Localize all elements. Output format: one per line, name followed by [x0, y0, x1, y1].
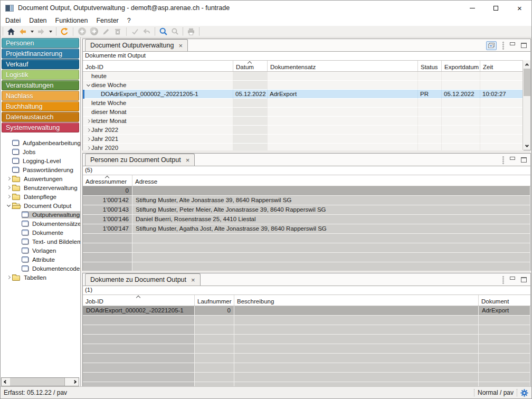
tree-item-auswertungen[interactable]: Auswertungen — [1, 174, 80, 183]
add-button[interactable] — [76, 26, 88, 37]
menu-datei[interactable]: Datei — [1, 16, 25, 25]
menu-help[interactable]: ? — [123, 16, 135, 25]
tab-document-outputverwaltung[interactable]: Document Outputverwaltung × — [85, 39, 188, 51]
forward-dropdown-button[interactable] — [47, 26, 54, 37]
column-header-adresse[interactable]: Adresse — [132, 175, 530, 186]
group-row-jahr-2020[interactable]: Jahr 2020 — [83, 144, 524, 150]
table-row[interactable]: 1'000'142 Stiftung Muster, Alte Jonastra… — [83, 196, 530, 205]
column-header-dokumentensatz[interactable]: Dokumentensatz — [268, 61, 418, 71]
menu-funktionen[interactable]: Funktionen — [51, 16, 92, 25]
tree-item-outputverwaltung[interactable]: Outputverwaltung — [1, 210, 80, 219]
tree-item-dokumentensaetze[interactable]: Dokumentensätze — [1, 219, 80, 228]
sidebar-module-systemverwaltung[interactable]: Systemverwaltung — [2, 122, 79, 132]
panel-maximize-button[interactable] — [521, 277, 527, 282]
panel1-vertical-scrollbar[interactable] — [522, 60, 530, 150]
tree-item-jobs[interactable]: Jobs — [1, 147, 80, 156]
panel-maximize-button[interactable] — [521, 43, 527, 48]
menu-daten[interactable]: Daten — [25, 16, 51, 25]
panel-minimize-button[interactable] — [510, 277, 515, 280]
chevron-right-icon[interactable] — [86, 137, 90, 140]
column-header-beschreibung[interactable]: Beschreibung — [234, 295, 479, 306]
toolbar-grip[interactable] — [56, 27, 56, 35]
tree-item-attribute[interactable]: Attribute — [1, 255, 80, 264]
tab-close-icon[interactable]: × — [186, 156, 190, 164]
group-row-letzte-woche[interactable]: letzte Woche — [83, 99, 524, 108]
back-dropdown-button[interactable] — [28, 26, 35, 37]
maximize-button[interactable] — [484, 1, 508, 15]
panel-minimize-button[interactable] — [510, 42, 515, 45]
delete-button[interactable] — [112, 26, 124, 37]
scroll-up-button[interactable] — [523, 60, 531, 68]
panel-minimize-button[interactable] — [510, 157, 515, 160]
toolbar-grip[interactable] — [183, 27, 183, 35]
column-header-job-id[interactable]: Job-ID — [83, 295, 195, 306]
sidebar-module-personen[interactable]: Personen — [2, 38, 79, 48]
toolbar-grip[interactable] — [199, 27, 200, 35]
scroll-left-button[interactable] — [2, 378, 10, 386]
print-button[interactable] — [185, 26, 197, 37]
panel-menu-button[interactable] — [502, 42, 504, 50]
column-header-exportdatum[interactable]: Exportdatum — [442, 61, 480, 71]
group-row-diese-woche[interactable]: diese Woche — [83, 81, 524, 90]
tab-close-icon[interactable]: × — [178, 42, 183, 50]
confirm-button[interactable] — [129, 26, 141, 37]
collapse-panel-button[interactable] — [486, 41, 497, 50]
column-header-datum[interactable]: Datum — [233, 61, 268, 71]
table-row-selected[interactable]: DOAdrExport_000002_-20221205-1 05.12.202… — [83, 90, 524, 99]
scroll-right-button[interactable] — [71, 378, 79, 386]
tree-item-passwortaenderung[interactable]: Passwortänderung — [1, 165, 80, 174]
sidebar-module-verkauf[interactable]: Verkauf — [2, 59, 79, 69]
scrollbar-thumb[interactable] — [10, 378, 65, 386]
tree-item-dokumente[interactable]: Dokumente — [1, 228, 80, 237]
group-row-jahr-2022[interactable]: Jahr 2022 — [83, 126, 524, 135]
tree-item-logging-level[interactable]: Logging-Level — [1, 156, 80, 165]
tree-item-text-und-bildelemente[interactable]: Text- und Bildeleme — [1, 237, 80, 246]
undo-button[interactable] — [141, 26, 153, 37]
chevron-right-icon[interactable] — [86, 128, 90, 131]
column-header-laufnummer[interactable]: Laufnummer — [195, 295, 234, 306]
add-alt-button[interactable] — [88, 26, 100, 37]
forward-button[interactable] — [35, 26, 47, 37]
table-row-selected[interactable]: DOAdrExport_000002_-20221205-1 0 AdrExpo… — [83, 306, 530, 316]
table-row[interactable]: 1'000'146 Daniel Buerri, Rosenstrasse 25… — [83, 215, 530, 224]
tree-item-aufgabenbearbeitung[interactable]: Aufgabenbearbeitung — [1, 138, 80, 147]
chevron-right-icon[interactable] — [86, 119, 90, 122]
sidebar-horizontal-scrollbar[interactable] — [1, 377, 79, 386]
group-row-dieser-monat[interactable]: dieser Monat — [83, 108, 524, 117]
home-button[interactable] — [5, 26, 17, 37]
menu-fenster[interactable]: Fenster — [92, 16, 122, 25]
tree-item-datenpflege[interactable]: Datenpflege — [1, 192, 80, 201]
scroll-down-button[interactable] — [523, 142, 531, 150]
minimize-button[interactable] — [460, 1, 484, 15]
search-button[interactable] — [169, 26, 180, 37]
scrollbar-thumb[interactable] — [524, 69, 530, 96]
panel-maximize-button[interactable] — [521, 157, 527, 163]
sidebar-module-nachlass[interactable]: Nachlass — [2, 91, 79, 101]
column-header-dokument[interactable]: Dokument — [479, 295, 530, 306]
sidebar-module-veranstaltungen[interactable]: Veranstaltungen — [2, 80, 79, 90]
refresh-button[interactable] — [59, 26, 70, 37]
table-row-selected[interactable]: 0 — [83, 186, 530, 196]
chevron-right-icon[interactable] — [86, 146, 90, 149]
tab-close-icon[interactable]: × — [191, 276, 195, 284]
toolbar-grip[interactable] — [155, 27, 155, 35]
chevron-down-icon[interactable] — [86, 82, 90, 86]
column-header-adressnummer[interactable]: Adressnummer — [83, 175, 132, 186]
panel-menu-button[interactable] — [502, 276, 504, 284]
sidebar-module-projektfinanzierung[interactable]: Projektfinanzierung — [2, 49, 79, 59]
table-row[interactable]: 1'000'147 Stiftung Muster, Agatha Jost, … — [83, 224, 530, 234]
column-header-status[interactable]: Status — [418, 61, 442, 71]
tree-item-benutzerverwaltung[interactable]: Benutzerverwaltung — [1, 183, 80, 192]
tab-dokumente-zu-document-output[interactable]: Dokumente zu Document Output × — [85, 273, 201, 286]
column-header-zeit[interactable]: Zeit — [480, 61, 524, 71]
tree-item-vorlagen[interactable]: Vorlagen — [1, 246, 80, 255]
group-row-letzter-monat[interactable]: letzter Monat — [83, 117, 524, 126]
tree-item-document-output[interactable]: Document Output — [1, 201, 80, 210]
sidebar-module-buchhaltung[interactable]: Buchhaltung — [2, 101, 79, 111]
tree-item-tabellen[interactable]: Tabellen — [1, 273, 80, 282]
group-row-jahr-2021[interactable]: Jahr 2021 — [83, 135, 524, 144]
column-header-job-id[interactable]: Job-ID — [83, 61, 233, 71]
sidebar-module-datenaustausch[interactable]: Datenaustausch — [2, 112, 79, 122]
tab-personen-zu-document-output[interactable]: Personen zu Document Output × — [85, 154, 195, 166]
settings-gear-icon[interactable] — [520, 389, 528, 397]
